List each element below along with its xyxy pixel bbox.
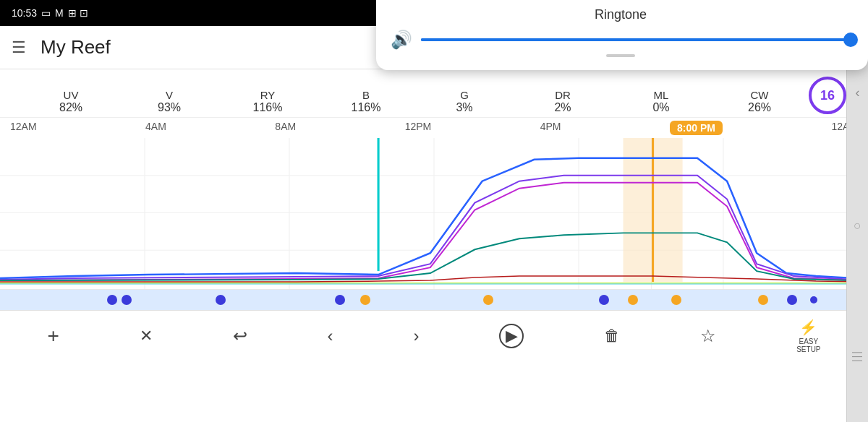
channel-dr-name: DR xyxy=(514,89,612,101)
slider-thumb xyxy=(843,33,858,47)
channel-g-name: G xyxy=(415,89,514,101)
svg-point-15 xyxy=(335,295,345,305)
channel-uv-name: UV xyxy=(22,89,120,101)
time-label-8pm: 8:00 PM xyxy=(670,121,723,135)
channel-ry-name: RY xyxy=(218,89,317,101)
channel-b-name: B xyxy=(317,89,415,101)
time: 10:53 xyxy=(12,7,37,19)
svg-point-21 xyxy=(628,295,638,305)
time-label-4pm: 4PM xyxy=(540,121,561,135)
channel-ry: RY 116% xyxy=(218,89,317,114)
svg-point-19 xyxy=(360,295,370,305)
right-edge: ‹ ○ ||| xyxy=(846,26,868,422)
prev-icon: ‹ xyxy=(328,326,333,346)
chart-area[interactable] xyxy=(0,138,868,290)
channel-circle-badge: 16 xyxy=(809,77,846,114)
ringtone-popup: Ringtone 🔊 xyxy=(376,0,868,70)
channel-cw-value: 26% xyxy=(710,101,809,114)
close-button[interactable]: ✕ xyxy=(132,322,160,350)
channel-v: V 93% xyxy=(120,89,218,114)
svg-point-20 xyxy=(483,295,493,305)
channel-v-name: V xyxy=(120,89,218,101)
channel-g-value: 3% xyxy=(415,101,514,114)
svg-point-22 xyxy=(671,295,681,305)
easy-setup-button[interactable]: ⚡ EASYSETUP xyxy=(789,314,827,358)
channel-dr-value: 2% xyxy=(514,101,612,114)
channel-cw-name: CW xyxy=(710,89,809,101)
svg-point-13 xyxy=(122,295,132,305)
channels-row: UV 82% V 93% RY 116% B 116% G 3% DR 2% M… xyxy=(0,69,868,118)
play-icon: ▶ xyxy=(499,324,524,348)
prev-button[interactable]: ‹ xyxy=(320,322,341,350)
time-label-4am: 4AM xyxy=(145,121,166,135)
edge-menu-icon[interactable]: ||| xyxy=(852,351,864,363)
channel-ml-value: 0% xyxy=(612,101,710,114)
channel-ml-name: ML xyxy=(612,89,710,101)
edge-circle-icon[interactable]: ○ xyxy=(854,218,861,233)
channel-ry-value: 116% xyxy=(218,101,317,114)
edge-back-icon[interactable]: ‹ xyxy=(856,85,860,100)
add-button[interactable]: + xyxy=(40,320,66,352)
delete-icon: 🗑 xyxy=(604,327,620,345)
undo-button[interactable]: ↩ xyxy=(226,322,255,350)
delete-button[interactable]: 🗑 xyxy=(597,322,627,350)
svg-point-18 xyxy=(810,296,817,303)
menu-icon[interactable]: ☰ xyxy=(12,38,26,57)
dot-row-svg xyxy=(10,290,858,310)
ringtone-slider-row: 🔊 xyxy=(391,30,851,50)
channel-g: G 3% xyxy=(415,89,514,114)
next-button[interactable]: › xyxy=(407,322,427,350)
channel-uv-value: 82% xyxy=(22,101,120,114)
bottom-toolbar: + ✕ ↩ ‹ › ▶ 🗑 ☆ ⚡ EASYSETUP xyxy=(0,310,868,361)
channel-cw: CW 26% xyxy=(710,89,809,114)
easy-setup-label: EASYSETUP xyxy=(796,337,820,353)
svg-point-14 xyxy=(216,295,226,305)
channel-v-value: 93% xyxy=(120,101,218,114)
svg-point-23 xyxy=(758,295,768,305)
notif-icons: ⊞ ⊡ xyxy=(68,7,88,19)
time-label-12am-start: 12AM xyxy=(10,121,37,135)
mail-icon: M xyxy=(55,7,64,19)
svg-point-16 xyxy=(599,295,609,305)
status-bar-left: 10:53 ▭ M ⊞ ⊡ xyxy=(12,7,88,19)
svg-point-17 xyxy=(787,295,797,305)
close-icon: ✕ xyxy=(140,327,153,345)
play-button[interactable]: ▶ xyxy=(492,319,531,353)
next-icon: › xyxy=(414,326,420,346)
light-chart xyxy=(0,138,868,289)
time-label-8am: 8AM xyxy=(275,121,296,135)
easy-setup-icon: ⚡ xyxy=(799,319,817,336)
schedule-dot-row[interactable] xyxy=(0,290,868,310)
channel-uv: UV 82% xyxy=(22,89,120,114)
add-icon: + xyxy=(47,324,59,348)
volume-icon: 🔊 xyxy=(391,30,412,50)
svg-point-12 xyxy=(107,295,117,305)
sim-icon: ▭ xyxy=(41,7,51,19)
channel-ml: ML 0% xyxy=(612,89,710,114)
channel-dr: DR 2% xyxy=(514,89,612,114)
ringtone-handle[interactable] xyxy=(606,54,635,57)
undo-icon: ↩ xyxy=(233,326,247,346)
time-labels: 12AM 4AM 8AM 12PM 4PM 8:00 PM 12AM xyxy=(0,118,868,138)
time-label-12pm: 12PM xyxy=(405,121,432,135)
slider-fill xyxy=(421,38,799,41)
channel-b: B 116% xyxy=(317,89,415,114)
ringtone-title: Ringtone xyxy=(391,7,851,22)
star-icon: ☆ xyxy=(700,326,716,346)
volume-slider[interactable] xyxy=(421,38,851,41)
star-button[interactable]: ☆ xyxy=(693,322,723,350)
channel-b-value: 116% xyxy=(317,101,415,114)
